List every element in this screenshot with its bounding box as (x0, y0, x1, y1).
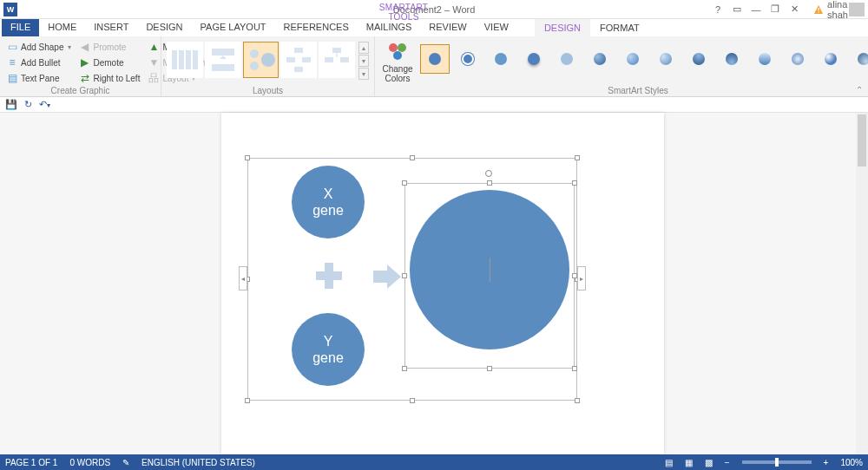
user-account[interactable]: alina shah (811, 3, 865, 16)
arrow-connector-icon[interactable] (372, 261, 403, 296)
page[interactable]: ◂ ▸ X gene Y gene (221, 113, 664, 454)
style-option-8[interactable] (651, 44, 681, 74)
resize-handle[interactable] (487, 366, 492, 371)
tab-insert[interactable]: INSERT (85, 19, 137, 36)
smartart-node-y-gene[interactable]: Y gene (292, 313, 365, 386)
style-option-10[interactable] (717, 44, 746, 74)
group-smartart-styles: Change Colors ▴ ▾ ▾ (375, 36, 868, 96)
style-option-6[interactable] (585, 44, 615, 74)
resize-handle[interactable] (487, 180, 492, 186)
resize-handle[interactable] (402, 273, 407, 278)
svg-marker-25 (373, 264, 401, 289)
style-option-4[interactable] (519, 44, 549, 74)
view-web-layout-icon[interactable]: ▩ (705, 458, 713, 467)
layout-option-1[interactable] (167, 42, 203, 78)
layout-option-equation[interactable] (243, 42, 279, 78)
demote-button[interactable]: ▶Demote (78, 55, 142, 69)
restore-icon[interactable]: ❐ (767, 3, 783, 16)
layouts-more[interactable]: ▾ (358, 68, 369, 80)
tab-design[interactable]: DESIGN (137, 19, 191, 36)
close-icon[interactable]: ✕ (786, 3, 802, 16)
zoom-slider[interactable] (742, 460, 812, 464)
resize-handle[interactable] (402, 180, 407, 186)
svg-point-10 (250, 49, 259, 58)
svg-rect-16 (294, 67, 303, 72)
layout-option-4[interactable] (280, 42, 317, 78)
undo-icon[interactable]: ↶▾ (39, 99, 50, 110)
help-icon[interactable]: ? (710, 3, 726, 16)
layout-option-2[interactable] (205, 42, 241, 78)
svg-rect-9 (212, 64, 234, 71)
page-indicator[interactable]: PAGE 1 OF 1 (5, 458, 57, 467)
add-bullet-button[interactable]: ≡Add Bullet (5, 55, 73, 69)
style-option-1[interactable] (420, 44, 450, 74)
tab-references[interactable]: REFERENCES (275, 19, 358, 36)
resize-handle[interactable] (402, 366, 407, 371)
svg-point-22 (398, 43, 406, 52)
layouts-scroll-up[interactable]: ▴ (358, 42, 369, 54)
repeat-icon[interactable]: ↻ (24, 99, 32, 110)
zoom-out-icon[interactable]: − (725, 458, 730, 467)
view-print-layout-icon[interactable]: ▦ (685, 458, 693, 467)
tab-review[interactable]: REVIEW (420, 19, 475, 36)
ribbon-tabs: FILE HOME INSERT DESIGN PAGE LAYOUT REFE… (0, 19, 868, 36)
ribbon-display-options-icon[interactable]: ▭ (729, 3, 745, 16)
layouts-scroll-down[interactable]: ▾ (358, 55, 369, 67)
zoom-in-icon[interactable]: + (824, 458, 829, 467)
tab-smartart-format[interactable]: FORMAT (590, 19, 649, 36)
style-option-9[interactable] (684, 44, 713, 74)
minimize-icon[interactable]: — (748, 3, 764, 16)
layout-icon: 品 (148, 73, 159, 83)
resize-handle[interactable] (572, 273, 577, 278)
view-read-mode-icon[interactable]: ▤ (665, 458, 673, 467)
style-option-12[interactable] (783, 44, 812, 74)
change-colors-button[interactable]: Change Colors (380, 38, 415, 85)
svg-point-12 (261, 53, 275, 67)
add-shape-button[interactable]: ▭Add Shape▾ (5, 40, 73, 54)
tab-mailings[interactable]: MAILINGS (358, 19, 421, 36)
smartart-container[interactable]: ◂ ▸ X gene Y gene (247, 158, 577, 401)
plus-connector-icon[interactable] (316, 263, 342, 289)
smartart-node-result[interactable] (410, 190, 569, 349)
scrollbar-thumb[interactable] (858, 114, 866, 166)
style-option-2[interactable] (453, 44, 483, 74)
zoom-level[interactable]: 100% (840, 458, 863, 467)
svg-rect-1 (818, 8, 819, 11)
svg-point-11 (250, 62, 259, 70)
word-count[interactable]: 0 WORDS (69, 458, 110, 467)
spellcheck-icon[interactable]: ✎ (122, 458, 129, 467)
smartart-node-x-gene[interactable]: X gene (292, 166, 365, 238)
text-pane-button[interactable]: ▤Text Pane (5, 71, 73, 85)
style-option-14[interactable] (849, 44, 868, 74)
style-option-13[interactable] (816, 44, 845, 74)
resize-handle[interactable] (245, 398, 250, 403)
resize-handle[interactable] (572, 366, 577, 371)
tab-smartart-design[interactable]: DESIGN (535, 19, 590, 36)
resize-handle[interactable] (575, 398, 580, 403)
svg-rect-2 (818, 11, 819, 12)
resize-handle[interactable] (410, 155, 415, 160)
zoom-slider-knob[interactable] (775, 458, 779, 467)
save-icon[interactable]: 💾 (5, 99, 17, 110)
resize-handle[interactable] (410, 398, 415, 403)
right-to-left-button[interactable]: ⇄Right to Left (78, 71, 142, 85)
style-option-5[interactable] (552, 44, 582, 74)
style-option-11[interactable] (750, 44, 779, 74)
style-option-3[interactable] (486, 44, 516, 74)
tab-page-layout[interactable]: PAGE LAYOUT (192, 19, 275, 36)
resize-handle[interactable] (572, 180, 577, 186)
rotate-handle[interactable] (485, 170, 492, 177)
style-option-7[interactable] (618, 44, 648, 74)
resize-handle[interactable] (245, 155, 250, 160)
promote-button[interactable]: ◀Promote (78, 40, 142, 54)
tab-home[interactable]: HOME (39, 19, 85, 36)
collapse-ribbon-icon[interactable]: ⌃ (856, 85, 863, 95)
resize-handle[interactable] (575, 155, 580, 160)
vertical-scrollbar[interactable] (856, 113, 868, 454)
language-indicator[interactable]: ENGLISH (UNITED STATES) (141, 458, 255, 467)
text-pane-toggle-left[interactable]: ◂ (239, 266, 247, 290)
tab-file[interactable]: FILE (2, 19, 39, 36)
text-pane-toggle-right[interactable]: ▸ (577, 266, 586, 290)
tab-view[interactable]: VIEW (476, 19, 517, 36)
layout-option-5[interactable] (319, 42, 355, 78)
